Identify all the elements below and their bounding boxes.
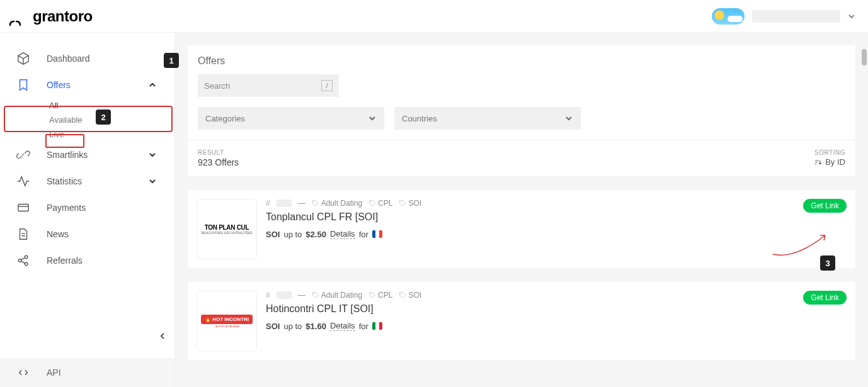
flag-it-icon — [372, 322, 382, 330]
nav-label: Statistics — [47, 176, 82, 186]
thumb-text: TON PLAN CUL — [205, 224, 249, 231]
thumb-text: 🔥 HOT INCONTRI — [201, 315, 253, 324]
svg-point-12 — [401, 294, 402, 294]
svg-rect-0 — [18, 205, 29, 211]
dropdown-label: Countries — [402, 114, 437, 123]
link-icon — [16, 148, 30, 162]
sidebar-item-smartlinks[interactable]: Smartlinks — [0, 142, 174, 168]
nav-label: Payments — [47, 203, 86, 213]
thumb-subtext: RENCONTRES DÉCONTRACTÉES — [201, 231, 252, 235]
offer-card: TON PLAN CUL RENCONTRES DÉCONTRACTÉES # … — [188, 190, 855, 268]
get-link-button[interactable]: Get Link — [803, 199, 847, 213]
search-placeholder: Search — [204, 81, 230, 91]
sidebar: Dashboard Offers All Available Live Smar… — [0, 33, 175, 387]
bookmark-icon — [16, 78, 30, 92]
file-icon — [16, 227, 30, 241]
dash: — — [298, 291, 306, 300]
svg-line-6 — [21, 261, 25, 264]
tag[interactable]: CPL — [368, 199, 392, 208]
chevron-down-icon[interactable] — [848, 13, 855, 20]
share-icon — [16, 254, 30, 267]
dropdown-label: Categories — [205, 114, 245, 123]
activity-icon — [16, 174, 30, 188]
flag-fr-icon — [372, 230, 382, 238]
chevron-down-icon — [148, 177, 157, 186]
offer-payout: SOI up to $1.60 Details for — [266, 321, 847, 331]
offer-id-blurred — [277, 199, 292, 207]
search-hotkey: / — [321, 80, 333, 91]
details-link[interactable]: Details — [330, 229, 355, 239]
sidebar-item-api[interactable]: API — [0, 358, 174, 387]
brand-logo[interactable]: grantoro — [33, 8, 93, 25]
tag[interactable]: SOI — [399, 199, 421, 208]
chevron-down-icon — [564, 114, 573, 123]
nav-label: Smartlinks — [47, 150, 88, 160]
nav-label: Dashboard — [47, 53, 90, 64]
offer-title[interactable]: Hotincontri CPL IT [SOI] — [266, 303, 847, 315]
sidebar-item-offers[interactable]: Offers — [0, 72, 174, 98]
offer-id-blurred — [277, 291, 292, 299]
cube-icon — [16, 52, 30, 65]
sidebar-collapse-button[interactable] — [158, 332, 167, 340]
tag[interactable]: SOI — [399, 291, 421, 300]
nav-label: Offers — [47, 80, 71, 90]
card-icon — [16, 201, 30, 215]
sidebar-sub-live[interactable]: Live — [49, 127, 174, 142]
svg-line-5 — [21, 257, 25, 260]
svg-point-8 — [371, 202, 372, 203]
offer-thumbnail[interactable]: 🔥 HOT INCONTRI LA SCELTA ITALIANA — [197, 291, 257, 351]
sidebar-item-dashboard[interactable]: Dashboard — [0, 45, 174, 72]
offer-id-prefix: # — [266, 199, 270, 208]
search-input[interactable]: Search / — [198, 74, 339, 97]
sidebar-sub-all[interactable]: All — [49, 98, 174, 113]
svg-point-2 — [18, 259, 21, 262]
sidebar-item-referrals[interactable]: Referrals — [0, 247, 174, 274]
chevron-up-icon — [148, 81, 157, 89]
sidebar-item-payments[interactable]: Payments — [0, 194, 174, 221]
sidebar-item-statistics[interactable]: Statistics — [0, 168, 174, 194]
result-label: RESULT — [198, 149, 239, 156]
thumb-subtext: LA SCELTA ITALIANA — [214, 325, 239, 328]
offer-meta: # — Adult Dating CPL SOI — [266, 291, 847, 300]
nav-label: Referrals — [47, 255, 83, 266]
sorting-dropdown[interactable]: By ID — [814, 157, 845, 167]
countries-dropdown[interactable]: Countries — [394, 107, 581, 130]
sidebar-sub-available[interactable]: Available — [49, 113, 174, 127]
nav-label: API — [47, 367, 61, 378]
offer-meta: # — Adult Dating CPL SOI — [266, 199, 847, 208]
offers-submenu: All Available Live — [0, 98, 174, 142]
main-content: Offers Search / Categories Countries — [175, 33, 868, 387]
sorting-value: By ID — [825, 157, 845, 167]
svg-point-4 — [25, 262, 28, 266]
categories-dropdown[interactable]: Categories — [198, 107, 384, 130]
offer-id-prefix: # — [266, 291, 270, 300]
offer-title[interactable]: Tonplancul CPL FR [SOI] — [266, 211, 847, 223]
svg-point-10 — [314, 294, 314, 294]
result-bar: RESULT 923 Offers SORTING By ID — [188, 140, 855, 176]
chevron-down-icon — [368, 114, 377, 123]
user-menu[interactable] — [752, 10, 840, 23]
scrollbar[interactable] — [862, 49, 867, 65]
details-link[interactable]: Details — [330, 321, 355, 331]
dash: — — [298, 199, 306, 208]
sorting-label: SORTING — [814, 149, 845, 156]
tag[interactable]: CPL — [368, 291, 392, 300]
tag[interactable]: Adult Dating — [312, 291, 362, 300]
weather-widget[interactable] — [712, 8, 745, 25]
offer-thumbnail[interactable]: TON PLAN CUL RENCONTRES DÉCONTRACTÉES — [197, 199, 257, 259]
svg-point-9 — [401, 202, 402, 203]
header: grantoro — [0, 0, 868, 33]
tag[interactable]: Adult Dating — [312, 199, 362, 208]
offer-card: 🔥 HOT INCONTRI LA SCELTA ITALIANA # — Ad… — [188, 282, 855, 360]
svg-point-3 — [25, 255, 28, 259]
result-count: 923 Offers — [198, 157, 239, 167]
offer-payout: SOI up to $2.50 Details for — [266, 229, 847, 239]
svg-point-7 — [314, 202, 314, 203]
nav-label: News — [47, 229, 69, 239]
get-link-button[interactable]: Get Link — [803, 291, 847, 305]
svg-point-11 — [371, 294, 372, 294]
sidebar-item-news[interactable]: News — [0, 221, 174, 247]
sort-icon — [814, 159, 821, 166]
code-icon — [16, 366, 30, 379]
chevron-down-icon — [148, 150, 157, 159]
